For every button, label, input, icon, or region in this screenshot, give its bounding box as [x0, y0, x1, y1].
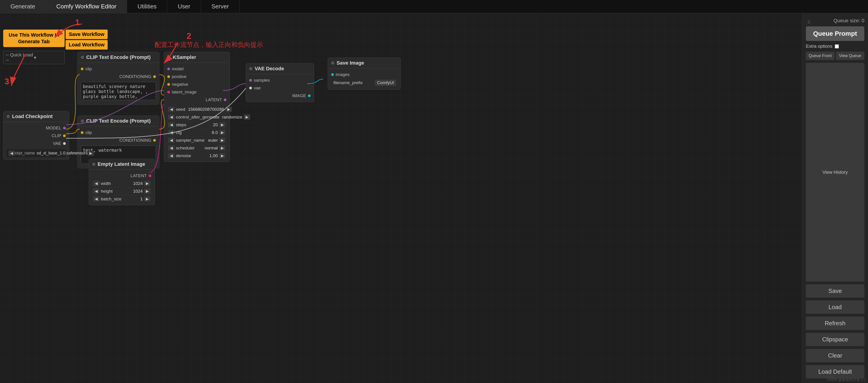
load-default-button[interactable]: Load Default — [806, 365, 864, 378]
seed-left-btn[interactable]: ◀ — [168, 107, 175, 112]
port-latent-in: latent_image — [167, 88, 226, 96]
load-workflow-button[interactable]: Load Workflow — [66, 40, 107, 50]
port-dot-negative — [167, 83, 170, 86]
save-button[interactable]: Save — [806, 284, 864, 298]
use-workflow-button[interactable]: Use This Workflow In Generate Tab — [3, 30, 65, 47]
port-dot-model-out — [63, 127, 66, 129]
chevron-down-icon: ▾ — [34, 55, 62, 60]
tab-comfy-workflow-editor[interactable]: Comfy Workflow Editor — [46, 0, 127, 13]
drag-handle-icon: ⠿ — [807, 20, 811, 25]
vae-decode-node: VAE Decode samples vae IMAGE — [246, 63, 314, 102]
load-button[interactable]: Load — [806, 300, 864, 314]
quick-load-dropdown[interactable]: -- Quick Load -- ▾ — [3, 51, 65, 64]
right-sidebar: ⠿ Queue size: 0 Queue Prompt Extra optio… — [802, 13, 868, 383]
save-image-node: Save Image images filename_prefix ComfyU… — [328, 58, 401, 90]
port-dot-model — [167, 68, 170, 70]
queue-front-button[interactable]: Queue Front — [806, 52, 835, 60]
view-queue-button[interactable]: View Queue — [836, 52, 865, 60]
tab-server[interactable]: Server — [201, 0, 240, 13]
sampler-left-btn[interactable]: ◀ — [168, 137, 175, 143]
extra-options-checkbox[interactable] — [835, 44, 839, 49]
extra-options-row: Extra options — [806, 44, 864, 49]
vae-decode-body: samples vae IMAGE — [246, 74, 314, 102]
annotation-1: 1 — [75, 18, 80, 27]
denoise-right-btn[interactable]: ▶ — [219, 153, 225, 158]
save-workflow-button[interactable]: Save Workflow — [66, 30, 107, 39]
ckpt-right-btn[interactable]: ▶ — [88, 151, 94, 156]
footer: CSDN @金色向日葵 1.1 — [827, 377, 866, 382]
save-image-header: Save Image — [328, 58, 400, 68]
batch-left-btn[interactable]: ◀ — [93, 196, 99, 201]
param-cfg: ◀ cfg 8.0 ▶ — [167, 129, 226, 136]
node-status-dot-ksampler — [167, 56, 170, 59]
height-right-btn[interactable]: ▶ — [144, 189, 150, 194]
empty-latent-header: Empty Latent Image — [89, 159, 155, 170]
port-negative-in: negative — [167, 81, 226, 88]
queue-size-label: Queue size: 0 — [806, 18, 864, 24]
scheduler-left-btn[interactable]: ◀ — [168, 145, 175, 151]
port-clip-in-2: clip — [81, 129, 156, 136]
clip-text-1-input[interactable]: beautiful scenery nature glass bottle la… — [81, 82, 156, 100]
height-left-btn[interactable]: ◀ — [93, 189, 99, 194]
ckpt-name-row: ◀ ckpt_name sd_xl_base_1.0.safetensors ▶ — [7, 149, 66, 157]
sampler-right-btn[interactable]: ▶ — [219, 137, 225, 143]
ckpt-left-btn[interactable]: ◀ — [8, 151, 15, 156]
refresh-button[interactable]: Refresh — [806, 317, 864, 330]
queue-sub-buttons: Queue Front View Queue — [806, 52, 864, 60]
port-samples-in: samples — [249, 76, 311, 84]
param-batch-size: ◀ batch_size 1 ▶ — [92, 195, 151, 203]
port-dot-conditioning — [153, 75, 156, 78]
param-seed: ◀ seed 156680208700286 ▶ — [167, 105, 226, 113]
param-height: ◀ height 1024 ▶ — [92, 187, 151, 195]
param-scheduler: ◀ scheduler normal ▶ — [167, 144, 226, 152]
width-right-btn[interactable]: ▶ — [144, 181, 150, 186]
view-history-button[interactable]: View History — [806, 63, 864, 282]
port-model-in: model — [167, 65, 226, 73]
port-dot-clip-2 — [81, 131, 84, 134]
vae-decode-header: VAE Decode — [246, 63, 314, 74]
port-dot-samples — [249, 79, 252, 82]
port-dot-vae-out — [63, 142, 66, 145]
cfg-right-btn[interactable]: ▶ — [219, 130, 225, 135]
steps-left-btn[interactable]: ◀ — [168, 122, 175, 127]
denoise-left-btn[interactable]: ◀ — [168, 153, 175, 158]
scheduler-right-btn[interactable]: ▶ — [219, 145, 225, 151]
clipspace-button[interactable]: Clipspace — [806, 333, 864, 346]
top-buttons-panel: Use This Workflow In Generate Tab Save W… — [3, 30, 107, 64]
node-status-dot-vae — [249, 67, 252, 70]
cfg-left-btn[interactable]: ◀ — [168, 130, 175, 135]
clear-button[interactable]: Clear — [806, 349, 864, 362]
param-steps: ◀ steps 20 ▶ — [167, 121, 226, 129]
control-right-btn[interactable]: ▶ — [244, 115, 250, 120]
port-dot-latent-in — [167, 91, 170, 93]
width-left-btn[interactable]: ◀ — [93, 181, 99, 186]
save-image-body: images filename_prefix ComfyUI — [328, 68, 400, 89]
control-left-btn[interactable]: ◀ — [168, 115, 175, 120]
empty-latent-image-node: Empty Latent Image LATENT ◀ width 1024 ▶… — [89, 159, 155, 205]
steps-right-btn[interactable]: ▶ — [219, 122, 225, 127]
batch-right-btn[interactable]: ▶ — [144, 196, 150, 201]
tab-utilities[interactable]: Utilities — [127, 0, 167, 13]
port-clip-in: clip — [81, 65, 156, 73]
node-status-dot-2 — [81, 119, 84, 123]
ksampler-body: model positive negative latent_image LAT… — [164, 63, 229, 162]
port-conditioning-out-2: CONDITIONING — [81, 136, 156, 144]
port-dot-positive — [167, 75, 170, 78]
annotation-chinese: 配置工作流节点，输入正向和负向提示 — [155, 40, 263, 49]
canvas-area[interactable]: Use This Workflow In Generate Tab Save W… — [0, 13, 868, 383]
node-status-dot-save — [331, 61, 334, 65]
port-dot-latent-out-2 — [149, 174, 151, 177]
seed-right-btn[interactable]: ▶ — [225, 107, 232, 112]
port-dot-images-in — [331, 73, 334, 76]
port-latent-out-2: LATENT — [92, 172, 151, 180]
param-sampler-name: ◀ sampler_name euler ▶ — [167, 136, 226, 144]
port-dot-clip — [81, 68, 84, 70]
tab-user[interactable]: User — [167, 0, 201, 13]
port-model-out: MODEL — [7, 124, 66, 132]
queue-prompt-button[interactable]: Queue Prompt — [806, 26, 864, 41]
tab-generate[interactable]: Generate — [0, 0, 46, 13]
param-denoise: ◀ denoise 1.00 ▶ — [167, 152, 226, 159]
load-checkpoint-header: Load Checkpoint — [3, 111, 69, 122]
port-latent-out: LATENT — [167, 96, 226, 104]
port-positive-in: positive — [167, 73, 226, 81]
